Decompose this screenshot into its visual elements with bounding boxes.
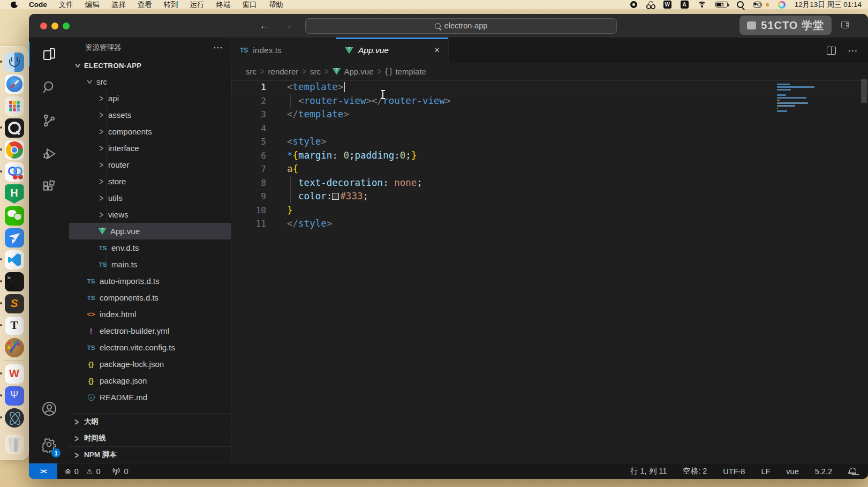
dock-safari-icon[interactable] xyxy=(5,74,24,94)
tree-item-app-vue[interactable]: App.vue xyxy=(69,223,231,239)
code-line-2[interactable]: 2 <router-view></router-view> xyxy=(231,94,868,108)
menubar-item[interactable]: 终端 xyxy=(210,1,237,9)
indentation[interactable]: 空格: 2 xyxy=(683,466,707,476)
dock-finder-icon[interactable] xyxy=(5,53,24,72)
run-debug-icon[interactable] xyxy=(29,137,69,170)
record-icon[interactable] xyxy=(630,1,637,8)
account-icon[interactable] xyxy=(29,392,69,425)
breadcrumb-item[interactable]: App.vue xyxy=(332,67,373,76)
editor-more-actions-icon[interactable]: ⋯ xyxy=(848,44,858,57)
code-line-3[interactable]: 3</template> xyxy=(231,108,868,122)
tree-item-assets[interactable]: >assets xyxy=(69,107,231,123)
dock-electron-icon[interactable] xyxy=(5,408,24,428)
tree-item-store[interactable]: >store xyxy=(69,173,231,190)
code-line-4[interactable]: 4 xyxy=(231,122,868,136)
tree-item-package-lock-json[interactable]: {}package-lock.json xyxy=(69,356,231,372)
menubar-item[interactable]: 查看 xyxy=(132,1,158,9)
dock-chrome-icon[interactable] xyxy=(5,140,24,160)
version[interactable]: 5.2.2 xyxy=(815,467,832,476)
code-editor[interactable]: 1<template>2 <router-view></router-view>… xyxy=(231,79,868,463)
notifications-bell-icon[interactable] xyxy=(848,467,856,475)
wps-menubar-icon[interactable]: W xyxy=(663,1,671,9)
dock-terminal-icon[interactable] xyxy=(5,272,24,291)
menubar-clock[interactable]: 12月13日 周三 01:14 xyxy=(795,0,862,10)
tree-item-api[interactable]: >api xyxy=(69,90,231,107)
menubar-item[interactable]: 选择 xyxy=(105,1,132,9)
minimap[interactable] xyxy=(777,84,820,113)
color-swatch[interactable] xyxy=(332,193,339,200)
dock-textedit-icon[interactable]: T xyxy=(5,316,24,335)
tree-item-package-json[interactable]: {}package.json xyxy=(69,372,231,389)
tree-item-index-html[interactable]: <>index.html xyxy=(69,306,231,323)
tree-item-interface[interactable]: >interface xyxy=(69,140,231,156)
breadcrumb-item[interactable]: { }template xyxy=(385,67,426,76)
menubar-item[interactable]: Code xyxy=(23,1,53,9)
project-root-item[interactable]: > ELECTRON-APP xyxy=(69,58,231,73)
source-control-icon[interactable] xyxy=(29,104,69,137)
tree-item-router[interactable]: >router xyxy=(69,156,231,173)
dock-deer-icon[interactable]: Ψ xyxy=(5,386,24,406)
menubar-item[interactable]: 编辑 xyxy=(79,1,105,9)
close-window-button[interactable] xyxy=(40,23,47,29)
tree-item-components-d-ts[interactable]: TScomponents.d.ts xyxy=(69,289,231,306)
code-line-10[interactable]: 10} xyxy=(231,204,868,218)
tree-item-components[interactable]: >components xyxy=(69,123,231,140)
explorer-more-actions-icon[interactable]: ⋯ xyxy=(213,42,223,54)
dock-hbuilder-icon[interactable]: H xyxy=(5,184,24,204)
tree-item-electron-builder-yml[interactable]: !electron-builder.yml xyxy=(69,323,231,339)
menubar-item[interactable]: 窗口 xyxy=(237,1,263,9)
tree-item-utils[interactable]: >utils xyxy=(69,190,231,206)
code-line-5[interactable]: 5<style> xyxy=(231,135,868,149)
battery-icon[interactable] xyxy=(715,2,728,8)
tree-item-views[interactable]: >views xyxy=(69,206,231,223)
menubar-item[interactable]: 帮助 xyxy=(263,1,289,9)
dock-dingtalk-icon[interactable] xyxy=(5,228,24,248)
command-center-search[interactable]: electron-app xyxy=(305,18,617,34)
tab-app-vue[interactable]: App.vue × xyxy=(336,38,449,63)
a-app-menubar-icon[interactable]: A xyxy=(681,1,689,9)
code-line-7[interactable]: 7a{ xyxy=(231,162,868,176)
warnings-count[interactable]: 0 xyxy=(96,467,100,476)
dock-vscode-icon[interactable] xyxy=(5,250,24,269)
scrollbar[interactable] xyxy=(861,79,867,103)
wifi-icon[interactable] xyxy=(698,2,706,8)
sidebar-section[interactable]: >时间线 xyxy=(69,430,231,446)
dock-rings-icon[interactable] xyxy=(5,162,24,182)
close-tab-icon[interactable]: × xyxy=(434,45,440,56)
menubar-item[interactable]: 运行 xyxy=(184,1,210,9)
dock-palette-icon[interactable] xyxy=(5,338,24,357)
sidebar-section[interactable]: >NPM 脚本 xyxy=(69,446,231,463)
tree-item-env-d-ts[interactable]: TSenv.d.ts xyxy=(69,239,231,256)
apple-menu-icon[interactable] xyxy=(11,1,18,8)
code-line-11[interactable]: 11</style> xyxy=(231,217,868,231)
spotlight-icon[interactable] xyxy=(737,1,744,8)
navigate-back-button[interactable]: ← xyxy=(259,20,269,32)
eol[interactable]: LF xyxy=(761,467,770,476)
fullscreen-window-button[interactable] xyxy=(63,23,70,29)
code-line-6[interactable]: 6*{margin: 0;padding:0;} xyxy=(231,149,868,163)
encoding[interactable]: UTF-8 xyxy=(723,467,745,476)
control-center-icon[interactable] xyxy=(753,2,762,8)
menubar-item[interactable]: 文件 xyxy=(53,1,79,9)
dock-wechat-icon[interactable] xyxy=(5,206,24,226)
sidebar-section[interactable]: >大纲 xyxy=(69,413,231,430)
tree-item-src[interactable]: >src xyxy=(69,73,231,90)
app-cluster-icon[interactable] xyxy=(646,1,654,8)
navigate-forward-button[interactable]: → xyxy=(282,20,292,32)
cursor-position[interactable]: 行 1, 列 11 xyxy=(630,466,667,476)
tree-item-electron-vite-config-ts[interactable]: TSelectron.vite.config.ts xyxy=(69,339,231,356)
dock-wps-icon[interactable]: W xyxy=(5,364,24,384)
breadcrumb-item[interactable]: src xyxy=(310,67,321,76)
code-line-1[interactable]: 1<template> xyxy=(231,80,868,94)
language-mode[interactable]: vue xyxy=(786,467,798,476)
dock-sublime-icon[interactable]: S xyxy=(5,294,24,313)
dock-quicktime-icon[interactable] xyxy=(5,118,24,138)
siri-icon[interactable] xyxy=(778,1,786,9)
tree-item-main-ts[interactable]: TSmain.ts xyxy=(69,256,231,273)
breadcrumb-item[interactable]: src xyxy=(246,67,256,76)
extensions-icon[interactable] xyxy=(29,170,69,204)
settings-gear-icon[interactable]: 1 xyxy=(29,425,69,463)
tree-item-auto-imports-d-ts[interactable]: TSauto-imports.d.ts xyxy=(69,273,231,289)
code-line-8[interactable]: 8 text-decoration: none; xyxy=(231,176,868,190)
errors-count[interactable]: 0 xyxy=(74,467,79,476)
